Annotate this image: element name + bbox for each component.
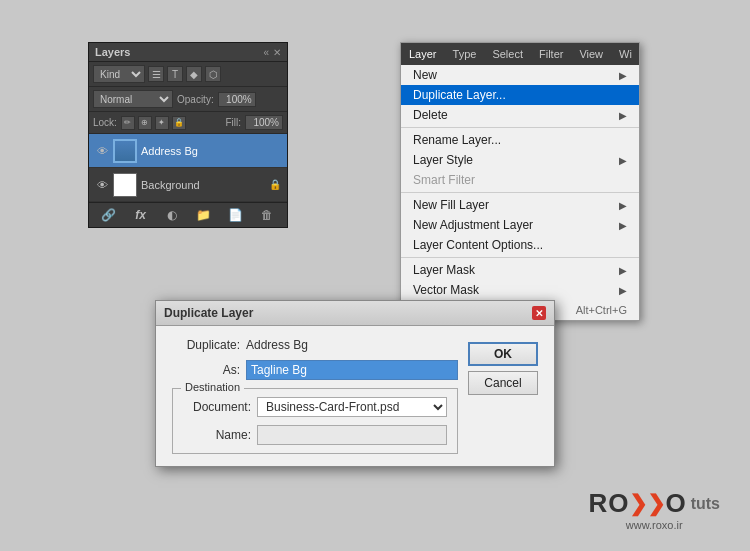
menu-item-vector-mask[interactable]: Vector Mask ▶ (401, 280, 639, 300)
filter-icon-smart[interactable]: ⬡ (205, 66, 221, 82)
menu-bar-view[interactable]: View (571, 46, 611, 62)
name-input[interactable] (257, 425, 447, 445)
fill-label: Fill: (225, 117, 241, 128)
menu-item-adjustment-label: New Adjustment Layer (413, 218, 533, 232)
separator-2 (401, 192, 639, 193)
background-lock-icon: 🔒 (269, 179, 281, 190)
as-input[interactable] (246, 360, 458, 380)
layer-item-address-bg[interactable]: 👁 Address Bg (89, 134, 287, 168)
menu-item-layer-mask-label: Layer Mask (413, 263, 475, 277)
dialog-buttons: OK Cancel (468, 338, 538, 454)
kind-select[interactable]: Kind (93, 65, 145, 83)
menu-bar-filter[interactable]: Filter (531, 46, 571, 62)
logo-ro: RO (588, 488, 629, 519)
layer-thumb-background (113, 173, 137, 197)
group-icon[interactable]: 📁 (194, 207, 214, 223)
close-icon[interactable]: ✕ (273, 47, 281, 58)
layer-name-address-bg: Address Bg (141, 145, 281, 157)
menu-item-new[interactable]: New ▶ (401, 65, 639, 85)
menu-arrow-layer-style: ▶ (619, 155, 627, 166)
double-arrow-icon: « (263, 47, 269, 58)
menu-item-layer-mask[interactable]: Layer Mask ▶ (401, 260, 639, 280)
layers-panel-title: Layers (95, 46, 130, 58)
ok-button[interactable]: OK (468, 342, 538, 366)
menu-item-delete[interactable]: Delete ▶ (401, 105, 639, 125)
filter-icon-shape[interactable]: ◆ (186, 66, 202, 82)
menu-bar-wi[interactable]: Wi (611, 46, 640, 62)
cancel-button[interactable]: Cancel (468, 371, 538, 395)
eye-icon-address-bg[interactable]: 👁 (95, 144, 109, 158)
logo-o: O (665, 488, 686, 519)
lock-paint-icon[interactable]: ⊕ (138, 116, 152, 130)
menu-bar-layer[interactable]: Layer (401, 46, 445, 62)
layers-blendmode-row: Normal Opacity: 100% (89, 87, 287, 112)
document-select[interactable]: Business-Card-Front.psd (257, 397, 447, 417)
separator-1 (401, 127, 639, 128)
menu-item-adjustment[interactable]: New Adjustment Layer ▶ (401, 215, 639, 235)
menu-item-duplicate[interactable]: Duplicate Layer... (401, 85, 639, 105)
lock-all-icon[interactable]: 🔒 (172, 116, 186, 130)
fx-icon[interactable]: fx (130, 207, 150, 223)
dialog-close-button[interactable]: ✕ (532, 306, 546, 320)
layer-thumb-address-bg (113, 139, 137, 163)
layers-title-icons: « ✕ (263, 47, 281, 58)
menu-item-duplicate-label: Duplicate Layer... (413, 88, 506, 102)
lock-label: Lock: (93, 117, 117, 128)
layers-search-row: Kind ☰ T ◆ ⬡ (89, 62, 287, 87)
menu-bar-type[interactable]: Type (445, 46, 485, 62)
dialog-titlebar: Duplicate Layer ✕ (156, 301, 554, 326)
menu-item-layer-style[interactable]: Layer Style ▶ (401, 150, 639, 170)
filter-icon-menu[interactable]: ☰ (148, 66, 164, 82)
menu-item-content-options[interactable]: Layer Content Options... (401, 235, 639, 255)
destination-legend: Destination (181, 381, 244, 393)
new-layer-icon[interactable]: 📄 (225, 207, 245, 223)
filter-icons: ☰ T ◆ ⬡ (148, 66, 221, 82)
menu-arrow-new-fill: ▶ (619, 200, 627, 211)
duplicate-label: Duplicate: (172, 338, 240, 352)
menu-item-vector-mask-label: Vector Mask (413, 283, 479, 297)
opacity-label: Opacity: (177, 94, 214, 105)
separator-3 (401, 257, 639, 258)
fill-value[interactable]: 100% (245, 115, 283, 130)
duplicate-value: Address Bg (246, 338, 308, 352)
menu-bar-select[interactable]: Select (484, 46, 531, 62)
dialog-form: Duplicate: Address Bg As: Destination Do… (172, 338, 458, 454)
layers-list: 👁 Address Bg 👁 Background 🔒 (89, 134, 287, 202)
destination-group: Destination Document: Business-Card-Fron… (172, 388, 458, 454)
menu-item-new-fill[interactable]: New Fill Layer ▶ (401, 195, 639, 215)
menu-item-smart-filter-label: Smart Filter (413, 173, 475, 187)
link-icon[interactable]: 🔗 (99, 207, 119, 223)
lock-icons: ✏ ⊕ ✦ 🔒 (121, 116, 186, 130)
opacity-value[interactable]: 100% (218, 92, 256, 107)
delete-icon[interactable]: 🗑 (257, 207, 277, 223)
as-label: As: (172, 363, 240, 377)
layers-footer: 🔗 fx ◐ 📁 📄 🗑 (89, 202, 287, 227)
menu-arrow-layer-mask: ▶ (619, 265, 627, 276)
menu-item-smart-filter: Smart Filter (401, 170, 639, 190)
layer-name-background: Background (141, 179, 265, 191)
name-label: Name: (183, 428, 251, 442)
layer-item-background[interactable]: 👁 Background 🔒 (89, 168, 287, 202)
logo-arrow-icon: ❯❯ (629, 491, 665, 517)
layers-titlebar: Layers « ✕ (89, 43, 287, 62)
lock-position-icon[interactable]: ✦ (155, 116, 169, 130)
menu-item-delete-label: Delete (413, 108, 448, 122)
menu-arrow-vector-mask: ▶ (619, 285, 627, 296)
layers-lock-row: Lock: ✏ ⊕ ✦ 🔒 Fill: 100% (89, 112, 287, 134)
document-row: Document: Business-Card-Front.psd (183, 397, 447, 417)
menu-item-new-fill-label: New Fill Layer (413, 198, 489, 212)
dialog-body: Duplicate: Address Bg As: Destination Do… (156, 326, 554, 466)
menu-item-content-options-label: Layer Content Options... (413, 238, 543, 252)
logo-area: RO ❯❯ O tuts www.roxo.ir (588, 488, 720, 531)
menu-arrow-delete: ▶ (619, 110, 627, 121)
filter-icon-text[interactable]: T (167, 66, 183, 82)
layers-panel: Layers « ✕ Kind ☰ T ◆ ⬡ Normal Opacity: … (88, 42, 288, 228)
document-label: Document: (183, 400, 251, 414)
mask-icon[interactable]: ◐ (162, 207, 182, 223)
dialog-as-row: As: (172, 360, 458, 380)
menu-arrow-new: ▶ (619, 70, 627, 81)
lock-transparency-icon[interactable]: ✏ (121, 116, 135, 130)
eye-icon-background[interactable]: 👁 (95, 178, 109, 192)
menu-item-rename[interactable]: Rename Layer... (401, 130, 639, 150)
blend-mode-select[interactable]: Normal (93, 90, 173, 108)
